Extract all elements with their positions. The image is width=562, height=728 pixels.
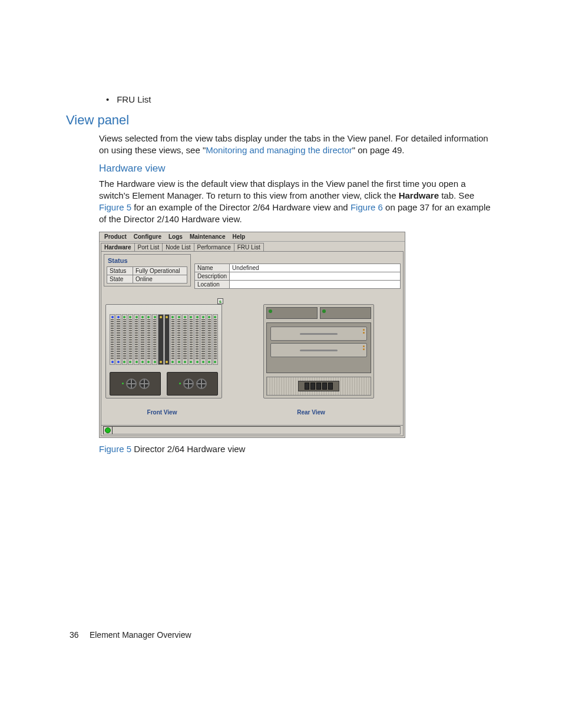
p2-text-c: for an example of the Director 2/64 Hard… (131, 202, 351, 212)
front-view-label: Front View (104, 409, 220, 416)
footer-title: Element Manager Overview (90, 630, 191, 640)
psu-row (110, 372, 218, 396)
description-label: Description (195, 272, 230, 280)
figure-5: Product Configure Logs Maintenance Help … (99, 232, 405, 454)
view-labels: Front View Rear View (104, 409, 401, 416)
info-table: NameUndefined Description Location (194, 263, 401, 289)
tab-bar: Hardware Port List Node List Performance… (100, 242, 405, 251)
table-row: StateOnline (107, 275, 187, 283)
drive-bay-icon (270, 327, 367, 341)
menubar: Product Configure Logs Maintenance Help (100, 232, 405, 242)
caption-fig-number: Figure 5 (99, 444, 131, 454)
statusbar (101, 425, 403, 436)
link-monitoring[interactable]: Monitoring and managing the director (206, 145, 352, 155)
paragraph-2: The Hardware view is the default view th… (99, 178, 492, 226)
state-label: State (107, 275, 133, 283)
heading-view-panel: View panel (66, 113, 492, 128)
tab-port-list[interactable]: Port List (134, 243, 163, 251)
chassis-rear-icon (263, 304, 374, 398)
tab-performance[interactable]: Performance (194, 243, 234, 251)
p1-text-b: " on page 49. (352, 145, 405, 155)
menu-help[interactable]: Help (229, 233, 249, 241)
status-title: Status (108, 257, 188, 264)
table-row: NameUndefined (195, 263, 401, 272)
table-row: Description (195, 272, 401, 280)
info-group: NameUndefined Description Location (194, 254, 401, 289)
status-value: Fully Operational (133, 266, 187, 275)
tab-fru-list[interactable]: FRU List (234, 243, 264, 251)
menu-maintenance[interactable]: Maintenance (186, 233, 229, 241)
psu-left-icon (110, 372, 161, 396)
link-figure-5[interactable]: Figure 5 (99, 202, 131, 212)
status-indicator-icon: s (217, 298, 223, 304)
name-value: Undefined (230, 263, 401, 272)
description-value (230, 272, 401, 280)
status-led-icon (105, 427, 111, 433)
view-panel: Status StatusFully Operational StateOnli… (101, 251, 404, 436)
bullet-text: FRU List (117, 94, 151, 104)
table-row: StatusFully Operational (107, 266, 187, 275)
chassis-front-icon (105, 304, 222, 398)
link-figure-6[interactable]: Figure 6 (351, 202, 383, 212)
menu-configure[interactable]: Configure (130, 233, 165, 241)
status-group: Status StatusFully Operational StateOnli… (104, 254, 191, 286)
location-value (230, 280, 401, 288)
rear-view-device[interactable] (263, 304, 374, 398)
caption-text: Director 2/64 Hardware view (131, 444, 245, 454)
heading-hardware-view: Hardware view (99, 163, 492, 174)
hardware-area: s (104, 304, 401, 398)
page-footer: 36 Element Manager Overview (70, 630, 191, 640)
tab-node-list[interactable]: Node List (162, 243, 194, 251)
front-view-device[interactable]: s (105, 304, 222, 398)
rear-io-icon (266, 377, 371, 396)
paragraph-1: Views selected from the view tabs displa… (99, 133, 492, 157)
rear-view-label: Rear View (256, 409, 366, 416)
menu-product[interactable]: Product (101, 233, 130, 241)
drive-bay-icon (270, 343, 367, 357)
location-label: Location (195, 280, 230, 288)
p2-text-b: tab. See (439, 190, 474, 200)
p2-bold: Hardware (399, 190, 439, 200)
status-label: Status (107, 266, 133, 275)
status-table: StatusFully Operational StateOnline (107, 266, 187, 284)
bullet-row: • FRU List (106, 94, 492, 104)
state-value: Online (133, 275, 187, 283)
menu-logs[interactable]: Logs (165, 233, 186, 241)
table-row: Location (195, 280, 401, 288)
psu-right-icon (167, 372, 218, 396)
tab-hardware[interactable]: Hardware (101, 243, 135, 251)
page-number: 36 (70, 630, 87, 640)
card-row (110, 314, 218, 365)
figure-caption: Figure 5 Director 2/64 Hardware view (99, 444, 405, 454)
bullet-dot-icon: • (106, 94, 114, 104)
name-label: Name (195, 263, 230, 272)
app-window: Product Configure Logs Maintenance Help … (99, 232, 405, 438)
